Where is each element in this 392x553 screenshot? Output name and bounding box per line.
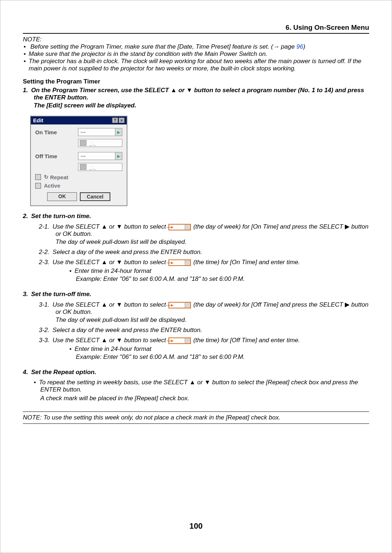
- chevron-right-icon: ▶: [185, 303, 190, 308]
- step-4-b1: • To repeat the setting in weekly basis,…: [34, 379, 369, 393]
- note-item: Make sure that the projector is in the s…: [29, 50, 369, 58]
- step-2-1: 2-1. Use the SELECT ▲ or ▼ button to sel…: [39, 223, 369, 238]
- step-3-title: 3. Set the turn-off time.: [23, 291, 369, 298]
- step-2-3: 2-3. Use the SELECT ▲ or ▼ button to sel…: [39, 259, 369, 266]
- t: or: [196, 379, 205, 386]
- help-icon[interactable]: ?: [112, 118, 118, 123]
- time-value: _:_: [89, 164, 96, 170]
- t: button to select: [122, 301, 168, 308]
- note-item: Before setting the Program Timer, make s…: [29, 43, 369, 50]
- page-number: 100: [0, 521, 392, 531]
- combo-value: ---: [78, 129, 115, 135]
- inline-time-combo: ---▶: [168, 259, 191, 266]
- ok-button[interactable]: OK: [47, 192, 77, 201]
- t: 3-3. Use the SELECT: [39, 337, 101, 344]
- note-bottom: NOTE: To use the setting this week only,…: [23, 414, 369, 421]
- repeat-checkbox-row[interactable]: ↻ Repeat: [35, 174, 122, 180]
- note-label: NOTE:: [23, 36, 369, 43]
- active-label: Active: [44, 183, 60, 189]
- step-3-1: 3-1. Use the SELECT ▲ or ▼ button to sel…: [39, 301, 369, 316]
- t: (the day of week) for [Off Time] and pre…: [192, 301, 345, 308]
- t: or: [107, 259, 117, 266]
- up-icon: ▲: [189, 379, 196, 386]
- t: or: [107, 301, 117, 308]
- down-icon: ▼: [116, 259, 122, 266]
- chevron-right-icon: ▶: [185, 338, 190, 343]
- keyboard-icon: [80, 164, 86, 170]
- step-1-sub: The [Edit] screen will be displayed.: [34, 102, 369, 109]
- down-icon: ▼: [204, 379, 211, 386]
- t: 1. On the Program Timer screen, use the …: [23, 87, 171, 94]
- step-2-1-sub: The day of week pull-down list will be d…: [56, 238, 369, 246]
- t: or: [177, 87, 186, 94]
- close-icon[interactable]: ×: [119, 118, 124, 123]
- down-icon: ▼: [186, 87, 192, 94]
- t: 2-3. Use the SELECT: [39, 259, 101, 266]
- note-text: Before setting the Program Timer, make s…: [30, 43, 297, 50]
- note-item: The projector has a built-in clock. The …: [29, 58, 369, 72]
- step-2-3-b2: Example: Enter "06" to set 6:00 A.M. and…: [76, 275, 369, 283]
- page-link[interactable]: 96: [297, 43, 303, 50]
- time-value: _:_: [89, 140, 96, 146]
- on-time-label: On Time: [35, 129, 78, 135]
- dialog-title: Edit: [33, 117, 111, 123]
- repeat-label: Repeat: [50, 174, 68, 180]
- t: button to select: [122, 337, 168, 344]
- step-4-title: 4. Set the Repeat option.: [23, 369, 369, 376]
- right-icon: ▶: [345, 223, 350, 230]
- down-icon: ▼: [116, 223, 122, 230]
- t: or: [107, 223, 117, 230]
- chevron-right-icon: ▶: [185, 260, 190, 265]
- checkbox-icon: [35, 183, 41, 189]
- step-3-2: 3-2. Select a day of the week and press …: [39, 327, 369, 334]
- step-3-3-b1: • Enter time in 24-hour format: [69, 345, 369, 353]
- t: 3-1. Use the SELECT: [39, 301, 101, 308]
- note-list: Before setting the Program Timer, make s…: [23, 43, 369, 72]
- inline-day-combo: ---▶: [168, 302, 191, 308]
- down-icon: ▼: [116, 301, 122, 308]
- right-icon: ▶: [345, 301, 350, 308]
- checkbox-icon: [35, 174, 41, 180]
- chevron-right-icon: ▶: [115, 128, 122, 136]
- cancel-button[interactable]: Cancel: [80, 192, 110, 201]
- step-3-1-sub: The day of week pull-down list will be d…: [56, 316, 369, 324]
- step-2-2: 2-2. Select a day of the week and press …: [39, 249, 369, 256]
- step-2-3-b1: • Enter time in 24-hour format: [69, 267, 369, 275]
- t: button to select: [122, 259, 168, 266]
- off-time-label: Off Time: [35, 153, 78, 159]
- up-icon: ▲: [101, 223, 107, 230]
- inline-time-combo: ---▶: [168, 337, 191, 344]
- combo-value: ---: [78, 153, 115, 159]
- step-4-b2: A check mark will be placed in the [Repe…: [40, 395, 369, 402]
- note-close: ): [303, 43, 306, 50]
- divider: [23, 411, 369, 412]
- t: or: [107, 337, 117, 344]
- t: button to select: [122, 223, 168, 230]
- t: (the time) for [Off Time] and enter time…: [192, 337, 300, 344]
- step-3-3-b2: Example: Enter "06" to set 6:00 A.M. and…: [76, 353, 369, 361]
- t: (the day of week) for [On Time] and pres…: [192, 223, 345, 230]
- off-time-day-combo[interactable]: --- ▶: [78, 152, 122, 160]
- setting-title: Setting the Program Timer: [23, 78, 369, 85]
- up-icon: ▲: [101, 259, 107, 266]
- active-checkbox-row[interactable]: Active: [35, 183, 122, 189]
- off-time-time-input[interactable]: _:_: [78, 163, 122, 171]
- on-time-time-input[interactable]: _:_: [78, 139, 122, 147]
- step-2-title: 2. Set the turn-on time.: [23, 213, 369, 220]
- up-icon: ▲: [171, 87, 177, 94]
- t: (the time) for [On Time] and enter time.: [192, 259, 300, 266]
- on-time-day-combo[interactable]: --- ▶: [78, 128, 122, 136]
- divider: [23, 423, 369, 424]
- repeat-icon: ↻: [44, 174, 49, 180]
- up-icon: ▲: [101, 337, 107, 344]
- keyboard-icon: [80, 140, 86, 146]
- chevron-right-icon: ▶: [185, 225, 190, 230]
- t: • To repeat the setting in weekly basis,…: [34, 379, 189, 386]
- section-header: 6. Using On-Screen Menu: [23, 24, 369, 33]
- step-3-3: 3-3. Use the SELECT ▲ or ▼ button to sel…: [39, 337, 369, 344]
- step-1: 1. On the Program Timer screen, use the …: [23, 87, 369, 101]
- down-icon: ▼: [116, 337, 122, 344]
- chevron-right-icon: ▶: [115, 152, 122, 160]
- up-icon: ▲: [101, 301, 107, 308]
- dialog-titlebar: Edit ? ×: [31, 116, 127, 124]
